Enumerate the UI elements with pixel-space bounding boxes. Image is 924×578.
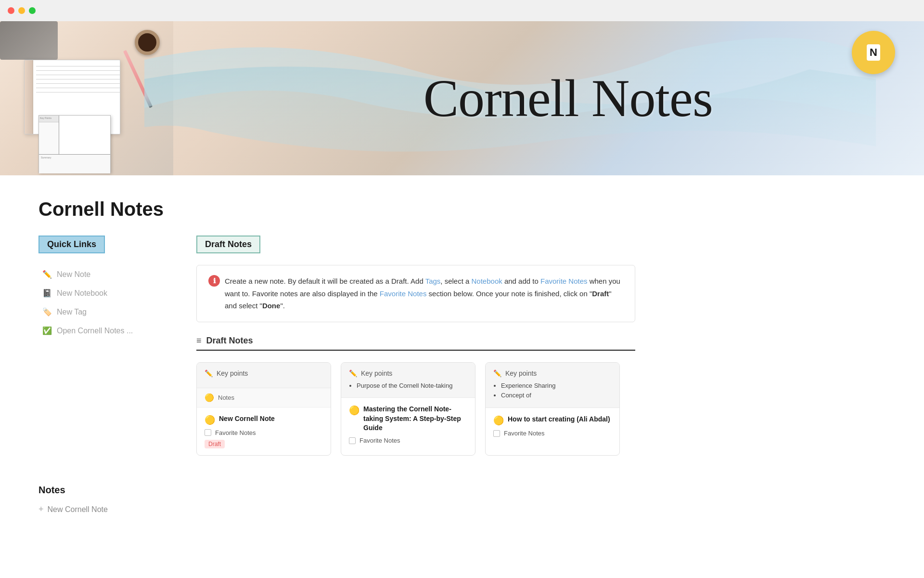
draft-badge-1: Draft — [205, 440, 225, 448]
key-point-item-3-1: Experience Sharing — [501, 381, 612, 391]
notes-emoji-1: 🟡 — [205, 393, 214, 402]
card-top-1: ✏️ Key points — [197, 363, 331, 388]
card-badge-row-1: Draft — [205, 439, 323, 448]
favorite-notes-link-1[interactable]: Favorite Notes — [540, 277, 588, 285]
notion-badge-letter: N — [867, 44, 880, 61]
new-notebook-icon: 📓 — [42, 289, 52, 298]
key-points-label-2: Key points — [361, 369, 392, 377]
new-notebook-label: New Notebook — [57, 289, 107, 298]
draft-notes-panel: Draft Notes ℹ Create a new note. By defa… — [196, 236, 635, 456]
card-checkbox-row-3: Favorite Notes — [493, 430, 612, 437]
key-points-list-2: Purpose of the Cornell Note-taking — [349, 381, 467, 391]
pencil-icon-1: ✏️ — [205, 369, 213, 377]
card-body-3: 🟡 How to start creating (Ali Abdal) Favo… — [486, 408, 619, 447]
content-layout: Quick Links ✏️ New Note 📓 New Notebook 🏷… — [38, 236, 635, 518]
favorite-notes-checkbox-label-2: Favorite Notes — [359, 437, 400, 444]
new-note-icon: ✏️ — [42, 270, 52, 279]
key-point-item-2-1: Purpose of the Cornell Note-taking — [357, 381, 467, 391]
notion-badge[interactable]: N — [852, 31, 895, 74]
banner-wave: Cornell Notes — [144, 21, 876, 175]
favorite-notes-checkbox-1[interactable] — [205, 429, 211, 436]
quick-links-label: Quick Links — [38, 236, 105, 253]
favorite-notes-link-2[interactable]: Favorite Notes — [380, 289, 427, 298]
card-title-text-1[interactable]: New Cornell Note — [219, 414, 275, 424]
favorite-notes-checkbox-2[interactable] — [349, 437, 356, 444]
new-tag-link[interactable]: 🏷️ New Tag — [38, 302, 173, 321]
card-ali-abdal: ✏️ Key points Experience Sharing Concept… — [485, 362, 620, 456]
pencil-icon-2: ✏️ — [349, 369, 357, 377]
quick-links-panel: Quick Links ✏️ New Note 📓 New Notebook 🏷… — [38, 236, 173, 518]
card-title-emoji-3: 🟡 — [493, 415, 504, 426]
quick-links-list: ✏️ New Note 📓 New Notebook 🏷️ New Tag ✅ … — [38, 265, 173, 340]
close-button[interactable] — [8, 7, 14, 14]
pencil-icon-3: ✏️ — [493, 369, 501, 377]
new-tag-label: New Tag — [57, 308, 87, 316]
tags-link[interactable]: Tags — [425, 277, 441, 285]
minimize-button[interactable] — [18, 7, 25, 14]
card-new-cornell-note: ✏️ Key points 🟡 Notes 🟡 New Cornell Note — [196, 362, 331, 456]
draft-notes-cards: ✏️ Key points 🟡 Notes 🟡 New Cornell Note — [196, 362, 635, 456]
card-title-text-3[interactable]: How to start creating (Ali Abdal) — [508, 415, 610, 424]
banner-title: Cornell Notes — [424, 69, 713, 128]
card-top-2: ✏️ Key points Purpose of the Cornell Not… — [341, 363, 475, 398]
card-key-points-1: ✏️ Key points — [205, 369, 323, 377]
card-body-1: 🟡 New Cornell Note Favorite Notes Draft — [197, 407, 331, 455]
info-text: Create a new note. By default it will be… — [225, 275, 623, 312]
key-points-label-3: Key points — [505, 369, 537, 377]
card-checkbox-row-2: Favorite Notes — [349, 437, 467, 444]
card-title-row-3: 🟡 How to start creating (Ali Abdal) — [493, 415, 612, 426]
card-mastering-cornell: ✏️ Key points Purpose of the Cornell Not… — [341, 362, 475, 456]
draft-notes-section-header: ≡ Draft Notes — [196, 336, 635, 351]
info-icon: ℹ — [208, 275, 220, 287]
card-title-emoji-1: 🟡 — [205, 415, 215, 425]
card-notes-header-1: 🟡 Notes — [197, 388, 331, 407]
list-icon: ≡ — [196, 336, 202, 346]
card-top-3: ✏️ Key points Experience Sharing Concept… — [486, 363, 619, 408]
bottom-notes-label-area: Notes + New Cornell Note — [38, 485, 173, 518]
open-cornell-notes-link[interactable]: ✅ Open Cornell Notes ... — [38, 321, 173, 340]
open-cornell-notes-label: Open Cornell Notes ... — [57, 327, 133, 335]
plus-icon: + — [38, 504, 44, 514]
card-notes-label-1: Notes — [218, 394, 234, 401]
page-title: Cornell Notes — [38, 198, 635, 220]
card-checkbox-row-1: Favorite Notes — [205, 429, 323, 436]
main-content: Cornell Notes Quick Links ✏️ New Note 📓 … — [0, 175, 674, 541]
key-point-item-3-2: Concept of — [501, 391, 612, 401]
card-body-2: 🟡 Mastering the Cornell Note-taking Syst… — [341, 398, 475, 454]
banner: Key Points Summary C — [0, 21, 924, 175]
new-cornell-note-button[interactable]: + New Cornell Note — [38, 500, 173, 518]
titlebar — [0, 0, 924, 21]
card-title-emoji-2: 🟡 — [349, 405, 359, 416]
draft-notes-header-text: Draft Notes — [206, 336, 253, 346]
new-note-label: New Note — [57, 270, 90, 279]
card-key-points-3: ✏️ Key points — [493, 369, 612, 377]
new-notebook-link[interactable]: 📓 New Notebook — [38, 284, 173, 302]
favorite-notes-checkbox-label-3: Favorite Notes — [504, 430, 545, 437]
fullscreen-button[interactable] — [29, 7, 36, 14]
card-title-row-1: 🟡 New Cornell Note — [205, 414, 323, 425]
new-note-link[interactable]: ✏️ New Note — [38, 265, 173, 284]
key-points-label-1: Key points — [217, 369, 248, 377]
key-points-list-3: Experience Sharing Concept of — [493, 381, 612, 401]
draft-notes-info-box: ℹ Create a new note. By default it will … — [196, 265, 635, 322]
card-title-text-2[interactable]: Mastering the Cornell Note-taking System… — [363, 405, 467, 433]
notes-section-label: Notes — [38, 485, 173, 496]
favorite-notes-checkbox-3[interactable] — [493, 430, 500, 437]
new-cornell-note-label: New Cornell Note — [48, 505, 108, 514]
draft-notes-label: Draft Notes — [196, 236, 260, 253]
notebook-link[interactable]: Notebook — [472, 277, 502, 285]
favorite-notes-checkbox-label-1: Favorite Notes — [215, 429, 256, 436]
card-title-row-2: 🟡 Mastering the Cornell Note-taking Syst… — [349, 405, 467, 433]
card-key-points-2: ✏️ Key points — [349, 369, 467, 377]
new-tag-icon: 🏷️ — [42, 307, 52, 316]
open-cornell-notes-icon: ✅ — [42, 326, 52, 335]
